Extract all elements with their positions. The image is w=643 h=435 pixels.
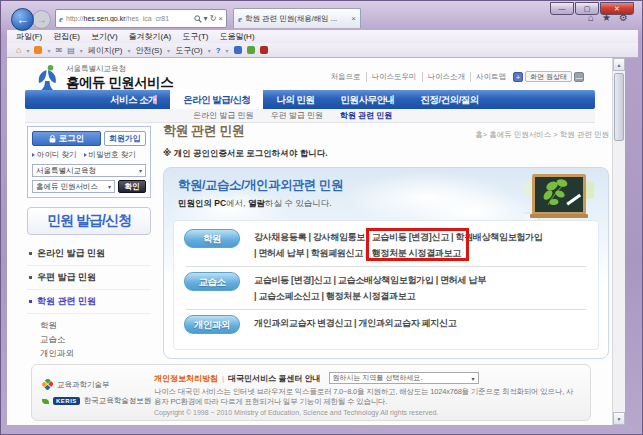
chevron-down-icon: ▾	[208, 47, 211, 54]
breadcrumb: 홈> 홈에듀 민원서비스 > 학원 관련 민원	[475, 130, 609, 140]
sidebar-subitem-hakwon[interactable]: 학원	[40, 318, 151, 332]
main-navigation: 서비스 소개 온라인 발급/신청 나의 민원 민원사무안내 진정/건의/질의	[25, 90, 595, 109]
refresh-icon[interactable]: ↻	[210, 14, 217, 23]
find-password-link[interactable]: 비밀번호 찾기	[84, 150, 136, 160]
browser-window: — ▢ ✕ ← → e http://hes.sen.go.kr/hes_ica…	[0, 0, 643, 435]
minwon-list: 학원 강사채용등록 | 강사해임통보 | 교습비등 [변경]신고 | 학원배상책…	[173, 220, 599, 350]
nav-minwon-guide[interactable]: 민원사무안내	[328, 90, 408, 109]
row-private-tutoring: 개인과외 개인과외교습자 변경신고 | 개인과외교습자 폐지신고	[184, 310, 588, 339]
sidebar-item-mail-issue[interactable]: 우편 발급 민원	[27, 266, 151, 290]
back-button[interactable]: ←	[11, 8, 34, 31]
login-button[interactable]: 로그인	[32, 131, 101, 146]
keris-badge: KERIS	[53, 397, 80, 405]
link-nice-intro[interactable]: 나이스소개	[422, 72, 471, 82]
scroll-up-button[interactable]: ▲	[613, 58, 625, 71]
chevron-down-icon: ▾	[167, 47, 170, 54]
org-select[interactable]: 서울특별시교육청▾	[32, 164, 146, 177]
vertical-scrollbar[interactable]: ▲ ▼	[612, 58, 625, 425]
feed-icon[interactable]	[34, 46, 42, 54]
favorites-star-icon[interactable]: ★	[602, 12, 611, 23]
nav-service-intro[interactable]: 서비스 소개	[97, 90, 170, 109]
safety-menu[interactable]: 안전(S)	[135, 45, 162, 56]
hakwon-badge[interactable]: 학원	[184, 229, 240, 248]
find-id-link[interactable]: 아이디 찾기	[32, 150, 77, 160]
row-hakwon: 학원 강사채용등록 | 강사해임통보 | 교습비등 [변경]신고 | 학원배상책…	[184, 224, 588, 266]
minwon-panel: 학원/교습소/개인과외관련 민원 민원인의 PC에서, 열람하실 수 있습니다.	[163, 167, 609, 359]
menu-favorites[interactable]: 즐겨찾기(A)	[129, 31, 172, 42]
tools-menu[interactable]: 도구(O)	[175, 45, 203, 56]
link-sitemap[interactable]: 사이트맵	[470, 72, 511, 82]
sidebar-subitem-private-tutoring[interactable]: 개인과외	[40, 346, 151, 360]
region-select[interactable]: 원하시는 지역을 선택하세요. ▾	[329, 372, 479, 384]
tab-close-icon[interactable]: ×	[351, 14, 356, 23]
sidebar-menu: 온라인 발급 민원 우편 발급 민원 학원 관련 민원 학원 교습소 개인과외	[27, 242, 151, 360]
org-name: 서울특별시교육청	[66, 64, 173, 74]
addon-icon[interactable]	[260, 46, 268, 54]
gyseupso-badge[interactable]: 교습소	[184, 272, 240, 291]
nav-petition[interactable]: 진정/건의/질의	[408, 90, 492, 109]
home-icon[interactable]: ⌂	[16, 45, 21, 55]
chevron-down-icon[interactable]: ▾	[47, 47, 50, 54]
copyright: Copyright © 1998 ~ 2010 Ministry of Educ…	[154, 409, 580, 416]
link-nice-helper[interactable]: 나이스도우미	[366, 72, 422, 82]
search-icon[interactable]	[194, 15, 202, 23]
private-tutoring-badge[interactable]: 개인과외	[184, 315, 240, 334]
seoul-education-logo-icon	[33, 64, 61, 92]
highlighted-link[interactable]: 행정처분 시정결과보고	[372, 248, 461, 258]
sidebar-subitem-gyseupso[interactable]: 교습소	[40, 332, 151, 346]
forward-button[interactable]: →	[32, 10, 51, 29]
messenger-icon[interactable]	[234, 46, 242, 54]
subnav-online-issue[interactable]: 온라인 발급 민원	[193, 110, 253, 121]
nav-my-minwon[interactable]: 나의 민원	[263, 90, 327, 109]
chevron-down-icon: ▾	[108, 183, 111, 190]
screen-reset-button[interactable]: 화면 원상태	[525, 71, 572, 82]
tab-favicon: e	[238, 14, 242, 24]
ministry-logo: 교육과학기술부	[42, 379, 154, 390]
menu-help[interactable]: 도움말(H)	[219, 31, 254, 42]
subnav-hakwon-minwon[interactable]: 학원 관련 민원	[340, 110, 392, 121]
menu-tools[interactable]: 도구(T)	[182, 31, 208, 42]
zoom-out-button[interactable]: —	[574, 72, 584, 82]
autocomplete-dropdown-icon[interactable]: ▾	[204, 14, 208, 23]
menu-view[interactable]: 보기(V)	[91, 31, 118, 42]
bullet-icon	[32, 153, 35, 157]
hakwon-links[interactable]: 강사채용등록 | 강사해임통보 | 교습비등 [변경]신고 | 학원배상책임보험…	[254, 229, 542, 261]
signup-button[interactable]: 회원가입	[104, 131, 146, 146]
login-notice: ※ 개인 공인인증서로 로그인하셔야 합니다.	[163, 148, 609, 160]
browser-tab[interactable]: e 학원 관련 민원(채용/해임 ... ×	[233, 8, 361, 28]
site-logo[interactable]: 서울특별시교육청 홈에듀 민원서비스	[33, 64, 173, 92]
minimize-button[interactable]: —	[550, 2, 574, 15]
settings-gear-icon[interactable]: ⚙	[619, 12, 628, 23]
page-title: 학원 관련 민원	[163, 122, 244, 140]
help-icon[interactable]: ?	[216, 46, 221, 55]
read-mail-icon[interactable]: ✉	[55, 46, 62, 55]
page-menu[interactable]: 페이지(P)	[88, 45, 123, 56]
subnav-mail-issue[interactable]: 우편 발급 민원	[270, 110, 322, 121]
menu-edit[interactable]: 편집(E)	[53, 31, 80, 42]
sidebar: 로그인 회원가입 아이디 찾기 비밀번호 찾기 서울특별시교육청▾ 홈에듀 민원…	[27, 126, 151, 360]
chevron-down-icon[interactable]: ▾	[80, 47, 83, 54]
menu-file[interactable]: 파일(F)	[16, 31, 42, 42]
nav-online-issue[interactable]: 온라인 발급/신청	[170, 90, 263, 109]
link-home[interactable]: 처음으로	[326, 72, 366, 82]
url-text[interactable]: http://hes.sen.go.kr/hes_ica_cr81	[66, 15, 169, 22]
scroll-down-button[interactable]: ▼	[613, 412, 625, 425]
sidebar-item-online-issue[interactable]: 온라인 발급 민원	[27, 242, 151, 266]
gyseupso-links[interactable]: 교습비등 [변경]신고 | 교습소배상책임보험가입 | 면허세 납부 | 교습소…	[254, 272, 486, 304]
confirm-button[interactable]: 확인	[118, 180, 146, 193]
scrollbar-thumb[interactable]	[614, 73, 624, 141]
chevron-down-icon[interactable]: ▾	[26, 47, 29, 54]
home-icon[interactable]: ⌂	[588, 12, 594, 23]
page-footer: 교육과학기술부 KERIS 한국교육학술정보원 개인정보처리방침 | 대국민서비…	[31, 364, 591, 421]
stop-icon[interactable]: ×	[218, 14, 223, 23]
address-bar[interactable]: e http://hes.sen.go.kr/hes_ica_cr81 ▾ ↻ …	[55, 9, 227, 28]
addon-icon[interactable]	[247, 46, 255, 54]
private-tutoring-links[interactable]: 개인과외교습자 변경신고 | 개인과외교습자 폐지신고	[254, 315, 456, 331]
keris-leaf-icon	[42, 399, 49, 404]
zoom-in-button[interactable]: +	[513, 72, 523, 82]
privacy-policy-link[interactable]: 개인정보처리방침	[154, 373, 218, 384]
sidebar-item-hakwon-minwon[interactable]: 학원 관련 민원	[27, 290, 151, 314]
print-icon[interactable]: ▤	[67, 46, 75, 55]
bullet-icon	[29, 300, 32, 303]
service-select[interactable]: 홈에듀 민원서비스▾	[32, 180, 115, 193]
